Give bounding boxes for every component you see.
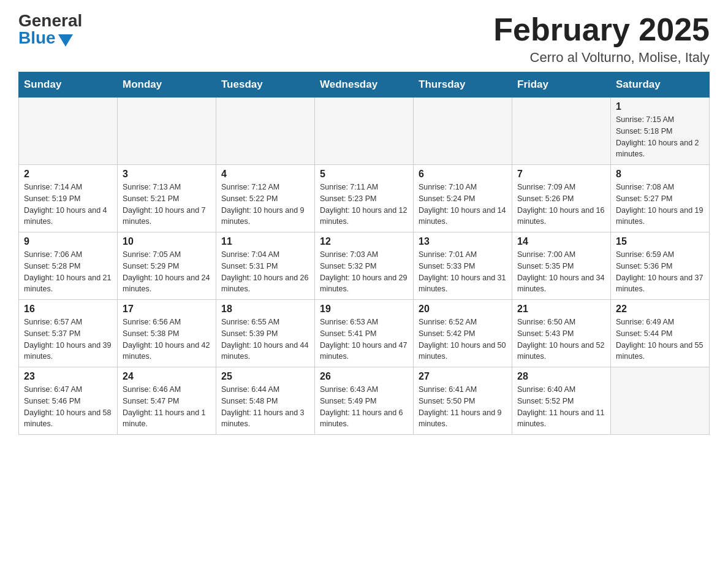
day-info: Sunrise: 7:12 AM Sunset: 5:22 PM Dayligh… — [221, 182, 309, 228]
logo-triangle-icon — [58, 34, 73, 47]
day-info: Sunrise: 7:03 AM Sunset: 5:32 PM Dayligh… — [320, 249, 408, 295]
day-info: Sunrise: 6:56 AM Sunset: 5:38 PM Dayligh… — [123, 316, 211, 362]
calendar-header-saturday: Saturday — [611, 72, 710, 98]
day-number: 20 — [419, 304, 507, 315]
day-info: Sunrise: 6:41 AM Sunset: 5:50 PM Dayligh… — [419, 384, 507, 430]
logo-general-text: General — [18, 12, 82, 29]
calendar-cell: 24Sunrise: 6:46 AM Sunset: 5:47 PM Dayli… — [118, 367, 216, 435]
calendar-cell: 2Sunrise: 7:14 AM Sunset: 5:19 PM Daylig… — [19, 165, 118, 232]
day-number: 23 — [24, 371, 112, 382]
calendar-week-row: 23Sunrise: 6:47 AM Sunset: 5:46 PM Dayli… — [19, 367, 710, 435]
calendar-week-row: 1Sunrise: 7:15 AM Sunset: 5:18 PM Daylig… — [19, 98, 710, 165]
calendar-week-row: 9Sunrise: 7:06 AM Sunset: 5:28 PM Daylig… — [19, 232, 710, 300]
day-number: 6 — [419, 169, 507, 180]
page-header: General Blue February 2025 Cerro al Volt… — [18, 12, 710, 66]
day-number: 17 — [123, 304, 211, 315]
day-info: Sunrise: 7:04 AM Sunset: 5:31 PM Dayligh… — [221, 249, 309, 295]
day-info: Sunrise: 7:06 AM Sunset: 5:28 PM Dayligh… — [24, 249, 112, 295]
calendar-cell: 28Sunrise: 6:40 AM Sunset: 5:52 PM Dayli… — [512, 367, 611, 435]
calendar-cell: 14Sunrise: 7:00 AM Sunset: 5:35 PM Dayli… — [512, 232, 611, 300]
calendar-cell: 6Sunrise: 7:10 AM Sunset: 5:24 PM Daylig… — [414, 165, 512, 232]
logo: General Blue — [18, 12, 82, 47]
calendar-cell — [19, 98, 118, 165]
calendar-cell: 26Sunrise: 6:43 AM Sunset: 5:49 PM Dayli… — [315, 367, 414, 435]
day-info: Sunrise: 7:05 AM Sunset: 5:29 PM Dayligh… — [123, 249, 211, 295]
day-number: 7 — [517, 169, 605, 180]
day-info: Sunrise: 6:49 AM Sunset: 5:44 PM Dayligh… — [616, 316, 704, 362]
day-number: 4 — [221, 169, 309, 180]
day-number: 2 — [24, 169, 112, 180]
day-info: Sunrise: 6:53 AM Sunset: 5:41 PM Dayligh… — [320, 316, 408, 362]
calendar-week-row: 2Sunrise: 7:14 AM Sunset: 5:19 PM Daylig… — [19, 165, 710, 232]
calendar-cell: 5Sunrise: 7:11 AM Sunset: 5:23 PM Daylig… — [315, 165, 414, 232]
calendar-cell: 15Sunrise: 6:59 AM Sunset: 5:36 PM Dayli… — [611, 232, 710, 300]
calendar-header-wednesday: Wednesday — [315, 72, 414, 98]
calendar-cell — [414, 98, 512, 165]
day-number: 18 — [221, 304, 309, 315]
calendar-cell: 1Sunrise: 7:15 AM Sunset: 5:18 PM Daylig… — [611, 98, 710, 165]
calendar-cell: 17Sunrise: 6:56 AM Sunset: 5:38 PM Dayli… — [118, 300, 216, 367]
day-info: Sunrise: 7:13 AM Sunset: 5:21 PM Dayligh… — [123, 182, 211, 228]
day-info: Sunrise: 7:01 AM Sunset: 5:33 PM Dayligh… — [419, 249, 507, 295]
calendar-cell — [512, 98, 611, 165]
day-number: 5 — [320, 169, 408, 180]
logo-blue-text: Blue — [18, 29, 82, 47]
day-info: Sunrise: 6:43 AM Sunset: 5:49 PM Dayligh… — [320, 384, 408, 430]
day-info: Sunrise: 7:15 AM Sunset: 5:18 PM Dayligh… — [616, 114, 704, 160]
calendar-table: SundayMondayTuesdayWednesdayThursdayFrid… — [18, 72, 710, 435]
day-number: 9 — [24, 236, 112, 247]
day-info: Sunrise: 6:44 AM Sunset: 5:48 PM Dayligh… — [221, 384, 309, 430]
day-number: 14 — [517, 236, 605, 247]
day-info: Sunrise: 7:10 AM Sunset: 5:24 PM Dayligh… — [419, 182, 507, 228]
day-info: Sunrise: 7:11 AM Sunset: 5:23 PM Dayligh… — [320, 182, 408, 228]
calendar-cell: 23Sunrise: 6:47 AM Sunset: 5:46 PM Dayli… — [19, 367, 118, 435]
day-number: 16 — [24, 304, 112, 315]
calendar-cell — [315, 98, 414, 165]
calendar-cell: 18Sunrise: 6:55 AM Sunset: 5:39 PM Dayli… — [216, 300, 315, 367]
calendar-cell: 21Sunrise: 6:50 AM Sunset: 5:43 PM Dayli… — [512, 300, 611, 367]
day-info: Sunrise: 6:55 AM Sunset: 5:39 PM Dayligh… — [221, 316, 309, 362]
calendar-cell: 13Sunrise: 7:01 AM Sunset: 5:33 PM Dayli… — [414, 232, 512, 300]
calendar-header-row: SundayMondayTuesdayWednesdayThursdayFrid… — [19, 72, 710, 98]
calendar-cell — [118, 98, 216, 165]
calendar-cell: 8Sunrise: 7:08 AM Sunset: 5:27 PM Daylig… — [611, 165, 710, 232]
calendar-cell: 22Sunrise: 6:49 AM Sunset: 5:44 PM Dayli… — [611, 300, 710, 367]
calendar-header-thursday: Thursday — [414, 72, 512, 98]
calendar-cell: 11Sunrise: 7:04 AM Sunset: 5:31 PM Dayli… — [216, 232, 315, 300]
day-info: Sunrise: 6:40 AM Sunset: 5:52 PM Dayligh… — [517, 384, 605, 430]
calendar-cell: 7Sunrise: 7:09 AM Sunset: 5:26 PM Daylig… — [512, 165, 611, 232]
day-number: 24 — [123, 371, 211, 382]
calendar-header-monday: Monday — [118, 72, 216, 98]
day-info: Sunrise: 6:52 AM Sunset: 5:42 PM Dayligh… — [419, 316, 507, 362]
calendar-cell: 25Sunrise: 6:44 AM Sunset: 5:48 PM Dayli… — [216, 367, 315, 435]
day-number: 15 — [616, 236, 704, 247]
calendar-cell: 19Sunrise: 6:53 AM Sunset: 5:41 PM Dayli… — [315, 300, 414, 367]
day-number: 25 — [221, 371, 309, 382]
day-number: 11 — [221, 236, 309, 247]
calendar-cell — [611, 367, 710, 435]
calendar-cell: 16Sunrise: 6:57 AM Sunset: 5:37 PM Dayli… — [19, 300, 118, 367]
day-info: Sunrise: 7:14 AM Sunset: 5:19 PM Dayligh… — [24, 182, 112, 228]
day-number: 13 — [419, 236, 507, 247]
day-info: Sunrise: 7:09 AM Sunset: 5:26 PM Dayligh… — [517, 182, 605, 228]
day-number: 10 — [123, 236, 211, 247]
day-info: Sunrise: 6:50 AM Sunset: 5:43 PM Dayligh… — [517, 316, 605, 362]
day-info: Sunrise: 6:47 AM Sunset: 5:46 PM Dayligh… — [24, 384, 112, 430]
day-info: Sunrise: 6:46 AM Sunset: 5:47 PM Dayligh… — [123, 384, 211, 430]
month-title: February 2025 — [493, 12, 710, 47]
calendar-cell: 12Sunrise: 7:03 AM Sunset: 5:32 PM Dayli… — [315, 232, 414, 300]
day-number: 26 — [320, 371, 408, 382]
day-number: 19 — [320, 304, 408, 315]
calendar-header-sunday: Sunday — [19, 72, 118, 98]
calendar-header-friday: Friday — [512, 72, 611, 98]
day-info: Sunrise: 6:59 AM Sunset: 5:36 PM Dayligh… — [616, 249, 704, 295]
calendar-week-row: 16Sunrise: 6:57 AM Sunset: 5:37 PM Dayli… — [19, 300, 710, 367]
calendar-cell: 3Sunrise: 7:13 AM Sunset: 5:21 PM Daylig… — [118, 165, 216, 232]
calendar-cell: 20Sunrise: 6:52 AM Sunset: 5:42 PM Dayli… — [414, 300, 512, 367]
calendar-cell: 27Sunrise: 6:41 AM Sunset: 5:50 PM Dayli… — [414, 367, 512, 435]
calendar-cell: 4Sunrise: 7:12 AM Sunset: 5:22 PM Daylig… — [216, 165, 315, 232]
day-number: 28 — [517, 371, 605, 382]
day-info: Sunrise: 6:57 AM Sunset: 5:37 PM Dayligh… — [24, 316, 112, 362]
day-number: 21 — [517, 304, 605, 315]
day-info: Sunrise: 7:08 AM Sunset: 5:27 PM Dayligh… — [616, 182, 704, 228]
